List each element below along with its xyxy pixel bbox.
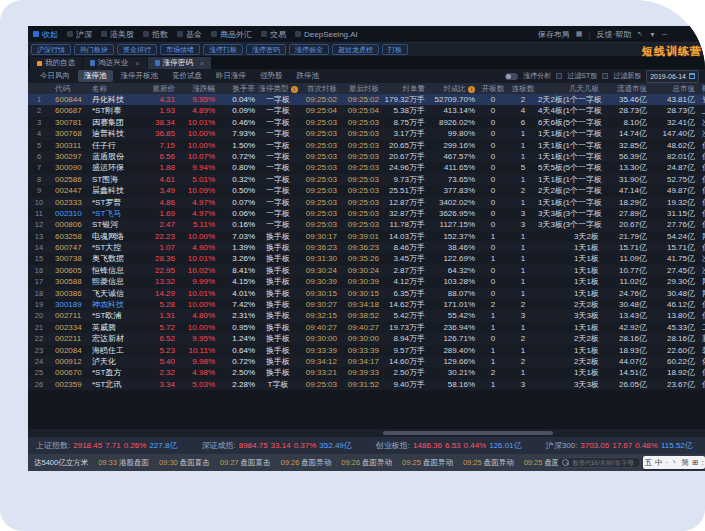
horizontal-scrollbar[interactable]	[28, 429, 705, 437]
stock-table-row[interactable]: 2600687*ST刚泰1.934.89%0.09%一字板09:25:0409:…	[28, 105, 705, 116]
stock-table-row[interactable]: 14600747*ST大控1.074.90%1.39%换手板09:36:2309…	[28, 242, 705, 253]
title-tab-港美股[interactable]: 港美股	[101, 29, 134, 40]
stock-table-row[interactable]: 8002586ST围海4.615.01%0.32%一字板09:25:0309:2…	[28, 174, 705, 185]
sub-tab-涨停开板池[interactable]: 涨停开板池	[115, 70, 165, 82]
title-tab-沪深[interactable]: 沪深	[67, 29, 92, 40]
ime-toolbar[interactable]: 五中·丶简⊞:	[643, 456, 705, 469]
column-header-涨停类型[interactable]: 涨停类型i	[258, 83, 298, 94]
ime-key[interactable]: ·	[666, 458, 669, 467]
sub-tab-涨停池[interactable]: 涨停池	[78, 70, 113, 82]
stock-table-row[interactable]: 3300781因赛集团38.3410.01%0.46%一字板09:25:0309…	[28, 117, 705, 128]
ime-key[interactable]: 五	[645, 458, 653, 468]
sub-tab-昨日涨停[interactable]: 昨日涨停	[210, 70, 252, 82]
doc-tab-鸿达兴业[interactable]: 鸿达兴业×	[83, 57, 147, 69]
sub-tab-跌停池[interactable]: 跌停池	[291, 70, 326, 82]
stock-table-row[interactable]: 21002334英威腾5.7210.00%0.95%换手板09:40:2709:…	[28, 322, 705, 333]
column-header-首次封板[interactable]: 首次封板	[298, 83, 340, 94]
ime-key[interactable]: 简	[682, 458, 690, 468]
layout-grid-icon[interactable]: ▦	[576, 30, 583, 38]
nav-button-沪深行情[interactable]: 沪深行情	[31, 44, 71, 55]
stock-table-row[interactable]: 12000806ST银河2.475.11%0.16%一字板09:25:0309:…	[28, 219, 705, 230]
stock-table-row[interactable]: 26002359*ST北讯3.345.03%2.28%T字板09:25:0309…	[28, 379, 705, 390]
sub-tab-竞价试盘[interactable]: 竞价试盘	[166, 70, 208, 82]
feedback-help-button[interactable]: 反馈·帮助	[597, 29, 632, 40]
stock-table-row[interactable]: 19300189神农科技5.2810.00%7.42%换手板09:30:2709…	[28, 299, 705, 310]
nav-button-市场情绪[interactable]: 市场情绪	[160, 44, 200, 55]
stock-table-row[interactable]: 24000912泸天化5.409.98%0.72%换手板09:34:1209:3…	[28, 356, 705, 367]
stock-table-row[interactable]: 18300386飞天诚信14.2910.01%4.01%换手板09:30:150…	[28, 288, 705, 299]
stock-table-row[interactable]: 16300605恒锋信息22.9510.02%8.41%换手板09:30:240…	[28, 265, 705, 276]
save-layout-button[interactable]: 保存布局	[538, 29, 570, 40]
stock-search-box[interactable]	[557, 457, 641, 468]
ime-key[interactable]: 中	[655, 458, 663, 468]
column-header-涨跌幅[interactable]: 涨跌幅	[178, 83, 218, 94]
stock-table-row[interactable]: 11002310*ST飞马1.694.97%0.06%一字板09:25:0309…	[28, 208, 705, 219]
doc-tab-我的自选[interactable]: 我的自选	[30, 57, 82, 69]
index-quote-深证成指[interactable]: 深证成指:8984.7533.140.37%352.49亿	[201, 440, 351, 451]
doc-tab-涨停密码[interactable]: 涨停密码×	[148, 57, 212, 69]
cursor-icon[interactable]: ↖	[637, 30, 643, 38]
index-quote-上证指数[interactable]: 上证指数:2918.457.710.26%227.8亿	[36, 440, 177, 451]
title-tab-DeepSeeing.AI[interactable]: DeepSeeing.AI	[295, 30, 358, 39]
column-header-换手率[interactable]: 换手率	[218, 83, 258, 94]
filter-new-checkbox[interactable]	[602, 73, 608, 79]
nav-button-涨停打板[interactable]: 涨停打板	[203, 44, 243, 55]
column-header-index[interactable]	[28, 83, 50, 94]
ime-key[interactable]: 丶	[671, 458, 679, 468]
nav-button-资金排行[interactable]: 资金排行	[117, 44, 157, 55]
column-header-总市值[interactable]: 总市值	[650, 83, 698, 94]
scrollbar-thumb[interactable]	[383, 431, 553, 435]
title-tab-基金[interactable]: 基金	[177, 29, 202, 40]
column-header-最后封板[interactable]: 最后封板	[340, 83, 382, 94]
filter-st-checkbox[interactable]	[556, 73, 562, 79]
news-item[interactable]: 09:26盘面异动	[281, 458, 332, 468]
column-header-封单量[interactable]: 封单量	[382, 83, 428, 94]
column-header-最新价[interactable]: 最新价	[140, 83, 178, 94]
search-input[interactable]	[572, 459, 636, 466]
close-icon[interactable]: ×	[135, 59, 140, 68]
minimize-icon[interactable]: ─	[662, 31, 667, 38]
stock-table-row[interactable]: 23002084海鸥住工5.2310.11%0.64%换手板09:33:3909…	[28, 345, 705, 356]
stock-table-row[interactable]: 17300588熙菱信息13.329.99%4.15%换手板09:30:3909…	[28, 276, 705, 287]
column-header-开板数[interactable]: 开板数	[478, 83, 508, 94]
stock-table-row[interactable]: 9002447晨鑫科技3.4910.09%0.50%一字板09:25:0309:…	[28, 185, 705, 196]
stock-table-row[interactable]: 4300768迪普科技36.8510.00%7.93%一字板09:25:0309…	[28, 128, 705, 139]
nav-button-超短龙虎榜[interactable]: 超短龙虎榜	[332, 44, 379, 55]
limit-analysis-toggle[interactable]	[505, 73, 518, 80]
title-tab-指数[interactable]: 指数	[143, 29, 168, 40]
nav-button-打板[interactable]: 打板	[382, 44, 408, 55]
column-header-连板数[interactable]: 连板数	[508, 83, 538, 94]
news-item[interactable]: 09:25盘面异动	[463, 458, 514, 468]
title-tab-商品外汇[interactable]: 商品外汇	[211, 29, 252, 40]
stock-table-row[interactable]: 7300090盛运环保1.889.94%0.80%一字板09:25:0309:2…	[28, 162, 705, 173]
column-header-名称[interactable]: 名称	[90, 83, 140, 94]
stock-table-row[interactable]: 15300738奥飞数据28.3610.01%3.26%换手板09:31:300…	[28, 253, 705, 264]
column-header-概念[interactable]: 概念	[698, 83, 705, 94]
column-header-流通市值[interactable]: 流通市值	[602, 83, 650, 94]
stock-table-row[interactable]: 25000670*ST盈方2.324.98%2.50%换手板09:33:2109…	[28, 367, 705, 378]
index-quote-创业板指[interactable]: 创业板指:1486.366.530.44%126.01亿	[376, 440, 522, 451]
ime-key[interactable]: ⊞	[692, 458, 698, 467]
news-item[interactable]: 09:33港股盘面	[98, 458, 149, 468]
stock-table-row[interactable]: 6300297蓝盾股份6.5610.07%0.72%一字板09:25:0309:…	[28, 151, 705, 162]
column-header-代码[interactable]: 代码	[50, 83, 90, 94]
news-item[interactable]: 09:27盘面直击	[220, 458, 271, 468]
news-item[interactable]: 09:25盘面异动	[402, 458, 453, 468]
date-picker[interactable]: 2019-06-14	[646, 70, 699, 83]
stock-table-row[interactable]: 20002711*ST欧浦1.314.80%2.31%换手板09:32:1509…	[28, 310, 705, 321]
title-tab-收起[interactable]: 收起	[33, 29, 58, 40]
stock-table-row[interactable]: 22002211宏达新材6.529.95%1.24%换手板09:30:0009:…	[28, 333, 705, 344]
nav-button-热门板块[interactable]: 热门板块	[74, 44, 114, 55]
sub-tab-今日风向[interactable]: 今日风向	[34, 70, 76, 82]
sub-tab-强势股[interactable]: 强势股	[254, 70, 289, 82]
title-tab-交易[interactable]: 交易	[261, 29, 286, 40]
stock-table-row[interactable]: 5300311任子行7.1510.00%1.50%一字板09:25:0309:2…	[28, 140, 705, 151]
close-icon[interactable]: ×	[200, 59, 205, 68]
news-item[interactable]: 09:26盘面异动	[341, 458, 392, 468]
ime-key[interactable]: :	[701, 458, 703, 467]
dropdown-caret-icon[interactable]: ▼	[649, 31, 656, 38]
stock-table-row[interactable]: 1600844丹化科技4.319.95%0.04%一字板09:25:0209:2…	[28, 94, 705, 105]
stock-table-row[interactable]: 10002333*ST罗普4.864.97%0.07%一字板09:25:0309…	[28, 197, 705, 208]
stock-table-row[interactable]: 13603258电魂网络22.2310.00%7.03%换手板09:30:170…	[28, 231, 705, 242]
news-item[interactable]: 09:30盘面直击	[159, 458, 210, 468]
